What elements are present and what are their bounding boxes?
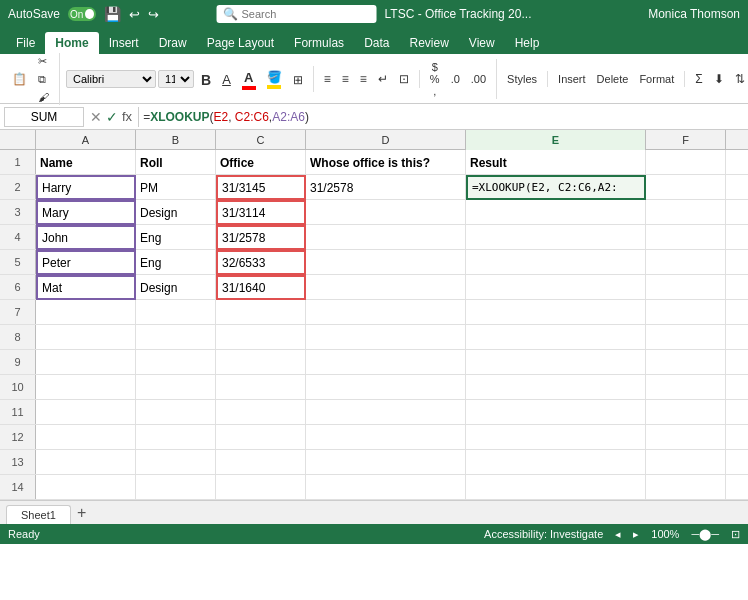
cell[interactable] [646, 400, 726, 425]
add-sheet-button[interactable]: + [71, 504, 92, 522]
redo-icon[interactable]: ↪ [148, 7, 159, 22]
cancel-formula-icon[interactable]: ✕ [90, 109, 102, 125]
cell[interactable] [466, 425, 646, 450]
cell[interactable] [216, 350, 306, 375]
cell[interactable] [306, 375, 466, 400]
save-icon[interactable]: 💾 [104, 6, 121, 22]
bold-button[interactable]: B [197, 70, 215, 90]
number-format-button[interactable]: $ % , [426, 59, 444, 99]
cell[interactable] [136, 350, 216, 375]
align-right-button[interactable]: ≡ [356, 70, 371, 88]
cell[interactable] [646, 300, 726, 325]
underline-button[interactable]: A [218, 70, 235, 89]
cell-e1[interactable]: Result [466, 150, 646, 175]
cell[interactable] [136, 450, 216, 475]
format-cells-button[interactable]: Format [635, 71, 678, 87]
cell[interactable] [646, 350, 726, 375]
undo-icon[interactable]: ↩ [129, 7, 140, 22]
cell[interactable] [136, 400, 216, 425]
cell-d3[interactable] [306, 200, 466, 225]
tab-review[interactable]: Review [399, 32, 458, 54]
cell-d6[interactable] [306, 275, 466, 300]
cell-d2[interactable]: 31/2578 [306, 175, 466, 200]
cut-button[interactable]: ✂ [34, 53, 53, 70]
font-color-button[interactable]: A [238, 68, 260, 92]
sheet-tab-sheet1[interactable]: Sheet1 [6, 505, 71, 524]
col-header-e[interactable]: E [466, 130, 646, 150]
cell-e6[interactable] [466, 275, 646, 300]
cell-a2[interactable]: Harry [36, 175, 136, 200]
autosum-button[interactable]: Σ [691, 70, 706, 88]
align-left-button[interactable]: ≡ [320, 70, 335, 88]
wrap-text-button[interactable]: ↵ [374, 70, 392, 88]
col-header-d[interactable]: D [306, 130, 466, 150]
cell[interactable] [306, 475, 466, 500]
cell[interactable] [466, 475, 646, 500]
cell-b4[interactable]: Eng [136, 225, 216, 250]
tab-data[interactable]: Data [354, 32, 399, 54]
cell-b3[interactable]: Design [136, 200, 216, 225]
cell-a6[interactable]: Mat [36, 275, 136, 300]
cell[interactable] [216, 325, 306, 350]
delete-cells-button[interactable]: Delete [593, 71, 633, 87]
paste-button[interactable]: 📋 [8, 70, 31, 88]
cell-e3[interactable] [466, 200, 646, 225]
cell-e2[interactable]: =XLOOKUP(E2, C2:C6,A2: [466, 175, 646, 200]
cell-c2[interactable]: 31/3145 [216, 175, 306, 200]
cell[interactable] [646, 475, 726, 500]
cell-d4[interactable] [306, 225, 466, 250]
cell[interactable] [36, 300, 136, 325]
zoom-slider[interactable]: ─⬤─ [691, 528, 719, 541]
col-header-f[interactable]: F [646, 130, 726, 150]
cell[interactable] [136, 325, 216, 350]
cell[interactable] [136, 375, 216, 400]
format-painter-button[interactable]: 🖌 [34, 89, 53, 105]
tab-insert[interactable]: Insert [99, 32, 149, 54]
cell-c1[interactable]: Office [216, 150, 306, 175]
cell[interactable] [216, 450, 306, 475]
tab-file[interactable]: File [6, 32, 45, 54]
tab-view[interactable]: View [459, 32, 505, 54]
cell[interactable] [136, 425, 216, 450]
borders-button[interactable]: ⊞ [289, 71, 307, 89]
cell-a3[interactable]: Mary [36, 200, 136, 225]
fit-to-window-icon[interactable]: ⊡ [731, 528, 740, 541]
insert-cells-button[interactable]: Insert [554, 71, 590, 87]
cell-b6[interactable]: Design [136, 275, 216, 300]
cell[interactable] [36, 425, 136, 450]
cell[interactable] [36, 475, 136, 500]
cell[interactable] [216, 425, 306, 450]
cell[interactable] [36, 350, 136, 375]
merge-button[interactable]: ⊡ [395, 70, 413, 88]
tab-help[interactable]: Help [505, 32, 550, 54]
cell[interactable] [36, 375, 136, 400]
cell[interactable] [466, 350, 646, 375]
cell[interactable] [136, 300, 216, 325]
search-input[interactable] [242, 8, 362, 20]
cell[interactable] [646, 375, 726, 400]
cell[interactable] [466, 300, 646, 325]
increase-decimal-button[interactable]: .0 [447, 71, 464, 87]
scroll-right-icon[interactable]: ▸ [633, 528, 639, 541]
cell-b1[interactable]: Roll [136, 150, 216, 175]
cell-d5[interactable] [306, 250, 466, 275]
cell-f4[interactable] [646, 225, 726, 250]
cell-a5[interactable]: Peter [36, 250, 136, 275]
fill-color-button[interactable]: 🪣 [263, 68, 286, 91]
cell-c4[interactable]: 31/2578 [216, 225, 306, 250]
cell[interactable] [466, 400, 646, 425]
cell-d1[interactable]: Whose office is this? [306, 150, 466, 175]
cell-a4[interactable]: John [36, 225, 136, 250]
confirm-formula-icon[interactable]: ✓ [106, 109, 118, 125]
cell-e4[interactable] [466, 225, 646, 250]
cell-e5[interactable] [466, 250, 646, 275]
cell-f2[interactable] [646, 175, 726, 200]
cell-c3[interactable]: 31/3114 [216, 200, 306, 225]
cell-ref-box[interactable] [4, 107, 84, 127]
cell[interactable] [306, 450, 466, 475]
cell-c5[interactable]: 32/6533 [216, 250, 306, 275]
cell-c6[interactable]: 31/1640 [216, 275, 306, 300]
cell[interactable] [646, 425, 726, 450]
cell[interactable] [306, 400, 466, 425]
insert-function-icon[interactable]: fx [122, 109, 132, 124]
